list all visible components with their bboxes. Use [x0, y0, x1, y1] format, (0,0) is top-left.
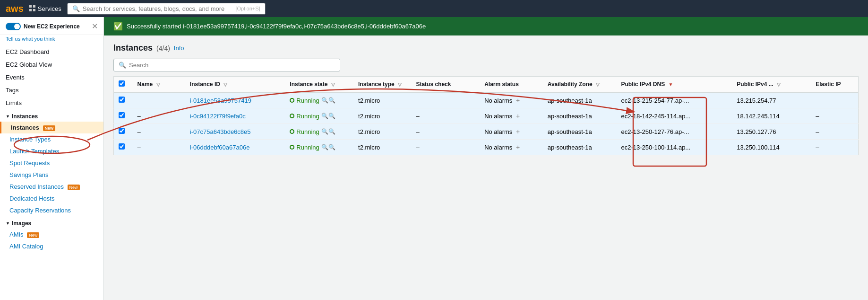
row-name: –	[133, 92, 185, 108]
sidebar-item-ec2-global-view[interactable]: EC2 Global View	[0, 58, 103, 71]
sidebar-item-limits[interactable]: Limits	[0, 97, 103, 109]
sidebar-item-capacity-reservations[interactable]: Capacity Reservations	[0, 204, 103, 216]
row-checkbox-cell[interactable]	[114, 92, 133, 108]
col-name[interactable]: Name ▽	[133, 77, 185, 93]
row-elastic: –	[811, 108, 858, 124]
col-elastic-ip[interactable]: Elastic IP	[811, 77, 858, 93]
row-checkbox[interactable]	[119, 97, 125, 103]
sidebar-item-ami-catalog[interactable]: AMI Catalog	[0, 240, 103, 252]
global-search[interactable]: 🔍 [Option+S]	[67, 3, 266, 15]
state-label: Running	[296, 144, 319, 151]
row-checkbox-cell[interactable]	[114, 140, 133, 155]
running-badge: Running 🔍🔍	[290, 97, 349, 104]
add-alarm-icon[interactable]: +	[516, 97, 520, 104]
sidebar-item-savings-plans[interactable]: Savings Plans	[0, 169, 103, 181]
grid-icon	[29, 5, 36, 12]
search-input[interactable]	[83, 5, 233, 12]
services-label[interactable]: Services	[38, 5, 61, 12]
row-dns: ec2-13-250-127-76.ap-...	[616, 124, 732, 140]
col-availability-zone[interactable]: Availability Zone ▽	[543, 77, 617, 93]
sidebar-item-tags[interactable]: Tags	[0, 84, 103, 97]
sidebar-item-ec2-dashboard[interactable]: EC2 Dashboard	[0, 45, 103, 58]
sort-type-icon: ▽	[398, 82, 402, 87]
tell-us-link[interactable]: Tell us what you think	[0, 35, 103, 45]
new-experience-toggle[interactable]: New EC2 Experience	[6, 23, 80, 30]
page-title-row: Instances (4/4) Info	[113, 43, 859, 53]
sort-name-icon: ▽	[156, 82, 160, 87]
zoom-icons[interactable]: 🔍🔍	[321, 128, 335, 135]
running-badge: Running 🔍🔍	[290, 144, 349, 151]
instance-id-link[interactable]: i-0c94122f79f9efa0c	[190, 113, 246, 120]
zoom-icons[interactable]: 🔍🔍	[321, 144, 335, 150]
row-instance-id[interactable]: i-07c75a643bde6c8e5	[185, 124, 285, 140]
grid-menu-button[interactable]: Services	[29, 5, 61, 12]
row-dns: ec2-13-215-254-77.ap-...	[616, 92, 732, 108]
close-sidebar-button[interactable]: ✕	[92, 22, 98, 31]
col-status-check[interactable]: Status check	[411, 77, 480, 93]
row-dns: ec2-13-250-100-114.ap...	[616, 140, 732, 155]
main-content: ✅ Successfully started i-0181ee53a997574…	[104, 17, 868, 300]
page-title: Instances	[113, 43, 153, 53]
row-instance-id[interactable]: i-06dddebf60a67a06e	[185, 140, 285, 155]
row-elastic: –	[811, 92, 858, 108]
row-checkbox-cell[interactable]	[114, 124, 133, 140]
sidebar-item-events[interactable]: Events	[0, 71, 103, 84]
row-dns: ec2-18-142-245-114.ap...	[616, 108, 732, 124]
add-alarm-icon[interactable]: +	[516, 128, 520, 135]
row-checkbox[interactable]	[119, 128, 125, 134]
alarm-text: No alarms	[484, 97, 512, 104]
zoom-icons[interactable]: 🔍🔍	[321, 113, 335, 119]
select-all-checkbox[interactable]	[119, 80, 125, 87]
add-alarm-icon[interactable]: +	[516, 112, 520, 120]
row-checkbox[interactable]	[119, 112, 125, 118]
instance-id-link[interactable]: i-07c75a643bde6c8e5	[190, 128, 251, 135]
toggle-switch[interactable]	[6, 23, 21, 30]
sort-az-icon: ▽	[596, 82, 600, 87]
col-public-dns[interactable]: Public IPv4 DNS ▼	[616, 77, 732, 93]
col-instance-id[interactable]: Instance ID ▽	[185, 77, 285, 93]
table-row[interactable]: – i-06dddebf60a67a06e Running 🔍🔍 t2.micr…	[114, 140, 859, 155]
col-az-label: Availability Zone	[548, 81, 593, 88]
state-label: Running	[296, 128, 319, 135]
search-icon: 🔍	[72, 5, 80, 12]
chevron-down-icon-images: ▼	[6, 221, 10, 226]
sidebar-item-dedicated-hosts[interactable]: Dedicated Hosts	[0, 193, 103, 204]
col-alarm-status[interactable]: Alarm status	[480, 77, 543, 93]
col-instance-state[interactable]: Instance state ▽	[285, 77, 353, 93]
col-status-label: Status check	[416, 81, 451, 88]
instances-section-header[interactable]: ▼ Instances	[0, 109, 103, 122]
zoom-icons[interactable]: 🔍🔍	[321, 97, 335, 104]
alarm-text: No alarms	[484, 144, 512, 151]
sidebar-item-instance-types[interactable]: Instance Types	[0, 133, 103, 145]
sidebar-item-instances[interactable]: Instances New	[0, 122, 103, 133]
state-label: Running	[296, 97, 319, 104]
chevron-down-icon: ▼	[6, 114, 10, 119]
row-checkbox-cell[interactable]	[114, 108, 133, 124]
row-name: –	[133, 124, 185, 140]
sidebar-item-reserved-instances[interactable]: Reserved Instances New	[0, 181, 103, 193]
row-ipv4: 18.142.245.114	[732, 108, 811, 124]
col-instance-type[interactable]: Instance type ▽	[353, 77, 411, 93]
state-label: Running	[296, 113, 319, 120]
table-row[interactable]: – i-07c75a643bde6c8e5 Running 🔍🔍 t2.micr…	[114, 124, 859, 140]
images-section-header[interactable]: ▼ Images	[0, 216, 103, 229]
alarm-text: No alarms	[484, 128, 512, 135]
sidebar-item-launch-templates[interactable]: Launch Templates	[0, 145, 103, 157]
sidebar-item-spot-requests[interactable]: Spot Requests	[0, 157, 103, 169]
info-link[interactable]: Info	[174, 44, 184, 52]
col-public-ipv4[interactable]: Public IPv4 ... ▽	[732, 77, 811, 93]
select-all-header[interactable]	[114, 77, 133, 93]
sidebar-item-amis[interactable]: AMIs New	[0, 229, 103, 240]
row-ipv4: 13.250.127.76	[732, 124, 811, 140]
instance-id-link[interactable]: i-0181ee53a99757419	[190, 97, 251, 104]
table-search-input[interactable]	[129, 62, 335, 69]
table-row[interactable]: – i-0c94122f79f9efa0c Running 🔍🔍 t2.micr…	[114, 108, 859, 124]
row-checkbox[interactable]	[119, 143, 125, 150]
row-instance-id[interactable]: i-0181ee53a99757419	[185, 92, 285, 108]
instances-new-badge: New	[43, 125, 56, 131]
table-row[interactable]: – i-0181ee53a99757419 Running 🔍🔍 t2.micr…	[114, 92, 859, 108]
instance-id-link[interactable]: i-06dddebf60a67a06e	[190, 144, 250, 151]
row-instance-id[interactable]: i-0c94122f79f9efa0c	[185, 108, 285, 124]
add-alarm-icon[interactable]: +	[516, 143, 520, 151]
table-search[interactable]: 🔍	[113, 59, 340, 71]
